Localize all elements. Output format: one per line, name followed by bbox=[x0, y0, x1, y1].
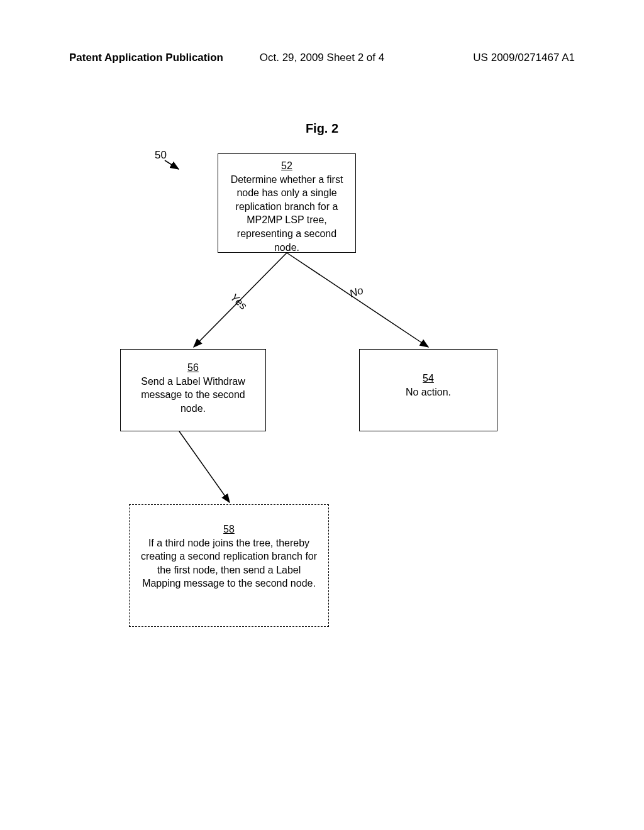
header-center: Oct. 29, 2009 Sheet 2 of 4 bbox=[260, 52, 384, 64]
edge-52-to-54 bbox=[287, 253, 450, 353]
box-58-num: 58 bbox=[223, 524, 235, 534]
svg-line-1 bbox=[165, 160, 179, 169]
box-54-text: No action. bbox=[406, 387, 451, 397]
box-52: 52 Determine whether a first node has on… bbox=[218, 153, 356, 253]
figure-title: Fig. 2 bbox=[306, 121, 338, 136]
svg-line-7 bbox=[179, 431, 230, 502]
box-52-num: 52 bbox=[281, 160, 292, 171]
edge-56-to-58 bbox=[173, 431, 242, 507]
box-56-text: Send a Label Withdraw message to the sec… bbox=[141, 376, 245, 414]
box-58: 58 If a third node joins the tree, there… bbox=[129, 504, 329, 627]
page-header: Patent Application Publication Oct. 29, … bbox=[0, 52, 644, 64]
box-52-text: Determine whether a first node has only … bbox=[231, 174, 343, 253]
ref-arrow-50 bbox=[165, 160, 184, 173]
box-56-num: 56 bbox=[187, 362, 199, 373]
box-56: 56 Send a Label Withdraw message to the … bbox=[120, 349, 266, 431]
box-54: 54 No action. bbox=[359, 349, 497, 431]
box-58-text: If a third node joins the tree, thereby … bbox=[141, 538, 317, 589]
ref-label-50: 50 bbox=[155, 149, 167, 162]
box-54-num: 54 bbox=[423, 373, 434, 384]
header-left: Patent Application Publication bbox=[69, 52, 223, 64]
header-right: US 2009/0271467 A1 bbox=[473, 52, 575, 64]
svg-line-5 bbox=[287, 253, 428, 347]
